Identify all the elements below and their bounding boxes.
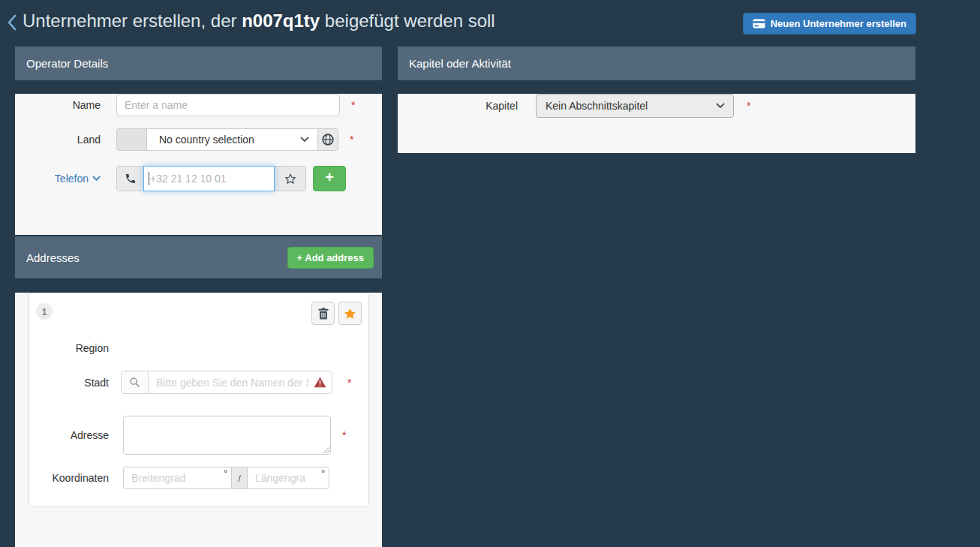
flag-placeholder <box>116 128 147 151</box>
region-label: Region <box>29 342 109 354</box>
addresses-header: Addresses + Add address <box>15 236 382 278</box>
page-title-code: n007q1ty <box>242 11 320 31</box>
region-row: Region <box>29 342 368 354</box>
country-select-group: No country selection <box>116 128 338 151</box>
create-operator-button-label: Neuen Unternehmer erstellen <box>771 18 906 29</box>
page-title-suffix: beigefügt werden soll <box>320 11 495 31</box>
stadt-required-marker: * <box>347 377 351 389</box>
coordinates-separator: / <box>231 467 248 489</box>
addresses-panel: Addresses + Add address 1 <box>15 236 382 547</box>
latitude-input[interactable] <box>123 467 232 489</box>
name-required-marker: * <box>351 99 355 111</box>
land-row: Land No country selection <box>15 128 382 151</box>
kapitel-panel-header: Kapitel oder Aktivität <box>398 47 915 80</box>
chevron-down-icon <box>92 176 101 182</box>
warning-triangle-icon <box>314 377 326 388</box>
country-select-value: No country selection <box>159 134 254 146</box>
land-required-marker: * <box>350 134 353 146</box>
phone-input-wrap <box>143 166 275 191</box>
page-title: Unternehmer erstellen, der n007q1ty beig… <box>23 11 495 32</box>
add-phone-button[interactable]: + <box>313 166 346 191</box>
stadt-row: Stadt * <box>29 371 368 394</box>
address-index-badge: 1 <box>36 303 53 320</box>
adresse-label: Adresse <box>29 429 109 441</box>
addresses-body: 1 R <box>15 293 382 547</box>
kapitel-label: Kapitel <box>398 100 518 112</box>
address-card: 1 R <box>29 293 369 507</box>
address-card-actions <box>311 302 362 325</box>
kapitel-panel-body: Kapitel Kein Abschnittskapitel * <box>398 94 915 153</box>
phone-type-label: Telefon <box>55 173 89 185</box>
koordinaten-row: Koordinaten ° / ° <box>29 467 368 489</box>
name-label: Name <box>15 99 101 111</box>
phone-input-group <box>116 166 306 191</box>
chevron-left-icon <box>7 14 17 33</box>
kapitel-required-marker: * <box>747 100 750 112</box>
kapitel-select-value: Kein Abschnittskapitel <box>546 100 648 112</box>
add-phone-button-label: + <box>325 169 334 186</box>
chevron-down-icon <box>300 137 309 143</box>
kapitel-panel: Kapitel oder Aktivität Kapitel Kein Absc… <box>398 47 915 153</box>
globe-icon <box>322 134 334 146</box>
add-address-button[interactable]: + Add address <box>287 247 374 269</box>
addresses-title: Addresses <box>26 251 80 264</box>
text-caret <box>149 172 149 185</box>
favorite-phone-button[interactable] <box>274 166 306 191</box>
chevron-down-icon <box>716 103 725 109</box>
page: Unternehmer erstellen, der n007q1ty beig… <box>0 0 980 547</box>
city-search-button[interactable] <box>121 371 149 394</box>
phone-type-dropdown[interactable]: Telefon <box>15 173 101 185</box>
phone-input[interactable] <box>143 166 275 191</box>
delete-address-button[interactable] <box>311 302 335 325</box>
operator-details-body: Name * Land No country selection <box>15 94 382 235</box>
page-title-prefix: Unternehmer erstellen, der <box>23 11 242 31</box>
stadt-input[interactable] <box>148 371 332 394</box>
stadt-label: Stadt <box>29 377 109 389</box>
phone-icon <box>125 173 137 185</box>
longitude-wrap: ° <box>247 467 329 489</box>
latitude-degree-suffix: ° <box>224 468 227 479</box>
globe-button[interactable] <box>317 128 338 151</box>
operator-details-header: Operator Details <box>15 47 382 80</box>
adresse-textarea[interactable] <box>123 416 331 455</box>
create-operator-button[interactable]: Neuen Unternehmer erstellen <box>743 13 916 35</box>
country-select[interactable]: No country selection <box>146 128 318 151</box>
adresse-row: Adresse * <box>29 416 368 455</box>
stadt-input-wrap <box>148 371 332 394</box>
id-card-icon <box>753 19 765 29</box>
star-filled-icon <box>343 307 357 320</box>
adresse-textarea-wrap <box>123 416 331 455</box>
koordinaten-label: Koordinaten <box>29 472 109 484</box>
trash-icon <box>318 308 329 320</box>
name-row: Name * <box>15 94 382 116</box>
back-button[interactable] <box>5 14 20 33</box>
search-icon <box>129 377 140 388</box>
land-label: Land <box>15 134 101 146</box>
operator-details-panel: Operator Details Name * Land No country … <box>15 47 382 235</box>
kapitel-row: Kapitel Kein Abschnittskapitel * <box>398 94 915 118</box>
kapitel-panel-title: Kapitel oder Aktivität <box>409 57 511 70</box>
longitude-input[interactable] <box>247 467 329 489</box>
phone-addon <box>116 166 144 191</box>
longitude-degree-suffix: ° <box>321 468 325 479</box>
favorite-address-button[interactable] <box>338 302 362 325</box>
adresse-required-marker: * <box>342 429 346 441</box>
operator-details-title: Operator Details <box>26 57 108 70</box>
name-input[interactable] <box>116 94 340 116</box>
star-outline-icon <box>284 173 297 185</box>
latitude-wrap: ° <box>123 467 232 489</box>
telefon-row: Telefon <box>15 166 382 191</box>
address-card-top: 1 <box>29 293 368 325</box>
kapitel-select[interactable]: Kein Abschnittskapitel <box>536 94 734 118</box>
